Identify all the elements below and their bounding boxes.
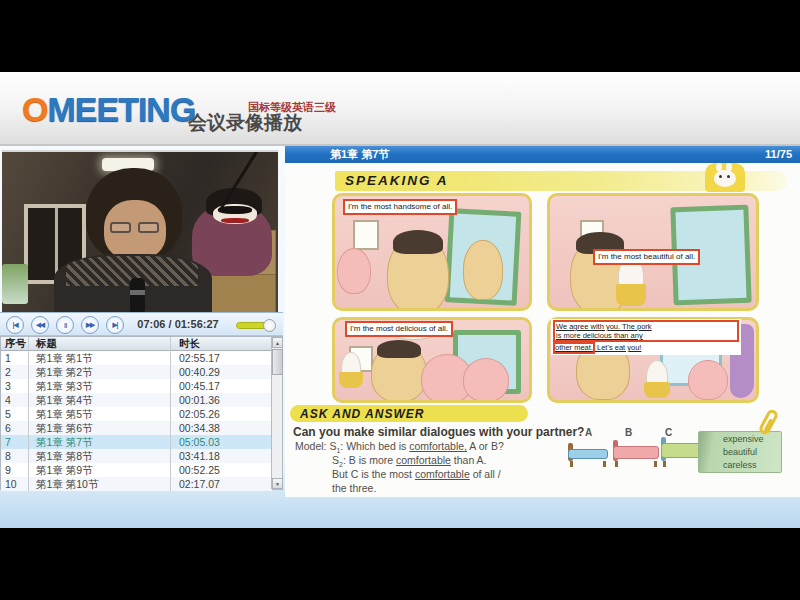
bed-leg-shape	[603, 461, 606, 467]
bubble4-line1: We agree with you. The pork	[556, 322, 652, 331]
webcam-video	[2, 150, 278, 312]
but-prefix: But C is the most	[332, 468, 415, 480]
model-line-2: S2: B is more comfortable than A.	[332, 454, 487, 468]
pause-button[interactable]: ‖	[56, 316, 74, 334]
screen: OMEETING 会议录像播放 国标等级英语三级	[0, 0, 800, 600]
glasses-left-lens-shape	[110, 222, 131, 233]
speech-bubble-1: I'm the most handsome of all.	[343, 199, 457, 215]
skip-start-button[interactable]: |◀	[6, 316, 24, 334]
speech-bubble-4: We agree with you. The pork is more deli…	[551, 319, 741, 355]
playlist-row-6[interactable]: 6第1章 第6节00:34.38	[1, 421, 272, 435]
row-title: 第1章 第10节	[29, 477, 171, 491]
rabbit-eye-shape	[727, 175, 730, 178]
s2-prefix: S	[332, 454, 339, 466]
model-line-1: Model: S1: Which bed is comfortable, A o…	[295, 440, 504, 454]
row-duration: 00:52.25	[171, 463, 272, 477]
note-word: careless	[699, 458, 781, 471]
header-duration: 时长	[171, 337, 272, 351]
model-line-3: But C is the most comfortable of all /	[332, 468, 501, 480]
playlist-row-9[interactable]: 9第1章 第9节00:52.25	[1, 463, 272, 477]
s2-mid: : B is more	[343, 454, 396, 466]
row-duration: 02:17.07	[171, 477, 272, 491]
scrollbar-thumb[interactable]	[272, 349, 283, 375]
row-title: 第1章 第1节	[29, 351, 171, 365]
app-header: OMEETING 会议录像播放 国标等级英语三级	[0, 72, 800, 146]
model-suffix: A or B?	[467, 440, 504, 452]
speech-bubble-2: I'm the most beautiful of all.	[593, 249, 700, 265]
bed-a-illustration	[568, 443, 608, 467]
row-duration: 00:45.17	[171, 379, 272, 393]
model-line-4: the three.	[332, 482, 376, 494]
s2-suffix: than A.	[451, 454, 487, 466]
bubble4-line3-rest: Let's eat you!	[595, 343, 641, 352]
character-reflection-shape	[463, 240, 503, 300]
plush-toy-mouth-shape	[221, 218, 249, 223]
volume-slider-knob[interactable]	[263, 319, 276, 332]
playlist-row-3[interactable]: 3第1章 第3节00:45.17	[1, 379, 272, 393]
row-no: 4	[1, 393, 29, 407]
rewind-button[interactable]: ◀◀	[31, 316, 49, 334]
row-title: 第1章 第9节	[29, 463, 171, 477]
microphone-shape	[130, 278, 145, 312]
pig-shape	[688, 360, 728, 400]
bed-label-a: A	[585, 427, 592, 438]
rewind-icon: ◀◀	[36, 321, 44, 329]
playlist-row-5[interactable]: 5第1章 第5节02:05.26	[1, 407, 272, 421]
row-title: 第1章 第7节	[29, 435, 171, 449]
row-duration: 00:34.38	[171, 421, 272, 435]
ask-answer-banner: ASK AND ANSWER	[290, 405, 528, 422]
row-title: 第1章 第6节	[29, 421, 171, 435]
rabbit-mascot-icon	[705, 163, 745, 192]
vocabulary-note: expensive beautiful careless	[698, 431, 782, 473]
fast-forward-button[interactable]: ▶▶	[81, 316, 99, 334]
row-duration: 00:40.29	[171, 365, 272, 379]
row-duration: 05:05.03	[171, 435, 272, 449]
but-underlined-word: comfortable	[415, 468, 470, 480]
glasses-right-lens-shape	[138, 222, 159, 233]
row-duration: 00:01.36	[171, 393, 272, 407]
header-no: 序号	[1, 337, 29, 351]
pig-shape	[463, 358, 509, 402]
scroll-down-button[interactable]: ▼	[272, 478, 283, 489]
scroll-up-button[interactable]: ▲	[272, 337, 283, 348]
meeting-player-app: OMEETING 会议录像播放 国标等级英语三级	[0, 72, 800, 528]
bed-label-b: B	[625, 427, 632, 438]
rabbit-eye-shape	[719, 175, 722, 178]
row-duration: 02:55.17	[171, 351, 272, 365]
row-title: 第1章 第3节	[29, 379, 171, 393]
bed-mattress-shape	[613, 446, 659, 459]
microphone-band-shape	[130, 290, 145, 295]
note-word: beautiful	[699, 445, 781, 458]
pause-icon: ‖	[64, 322, 66, 329]
row-no: 9	[1, 463, 29, 477]
playlist-row-10[interactable]: 10第1章 第10节02:17.07	[1, 477, 272, 491]
scroll-down-icon: ▼	[275, 481, 280, 487]
row-no: 10	[1, 477, 29, 491]
playlist-row-7-selected[interactable]: 7第1章 第7节05:05.03	[1, 435, 272, 449]
bed-mattress-shape	[568, 449, 608, 459]
row-duration: 03:41.18	[171, 449, 272, 463]
playlist-header-row: 序号 标题 时长	[1, 337, 272, 351]
page-indicator: 11/75	[765, 146, 792, 163]
note-word: expensive	[699, 432, 781, 445]
playlist-row-2[interactable]: 2第1章 第2节00:40.29	[1, 365, 272, 379]
row-title: 第1章 第2节	[29, 365, 171, 379]
playlist-scrollbar[interactable]: ▲ ▼	[271, 337, 282, 489]
playlist-row-1[interactable]: 1第1章 第1节02:55.17	[1, 351, 272, 365]
course-tag: 国标等级英语三级	[248, 100, 336, 115]
but-suffix: of all /	[470, 468, 501, 480]
playlist-row-8[interactable]: 8第1章 第8节03:41.18	[1, 449, 272, 463]
speaking-title: SPEAKING A	[345, 173, 449, 188]
rabbit-face-shape	[714, 170, 736, 187]
skip-end-icon: ▶|	[113, 321, 118, 329]
fast-forward-icon: ▶▶	[86, 321, 94, 329]
skip-start-icon: |◀	[13, 321, 18, 329]
bubble4-line2: is more delicious than any	[556, 331, 643, 340]
speech-bubble-3: I'm the most delicious of all.	[345, 321, 453, 337]
playlist-row-4[interactable]: 4第1章 第4节00:01.36	[1, 393, 272, 407]
scroll-up-icon: ▲	[275, 340, 280, 346]
player-controls: |◀ ◀◀ ‖ ▶▶ ▶| 07:06 / 01:56:27	[0, 312, 283, 336]
model-mid: : Which bed is	[340, 440, 409, 452]
bottles-shape	[2, 264, 28, 304]
s2-underlined-word: comfortable	[396, 454, 451, 466]
